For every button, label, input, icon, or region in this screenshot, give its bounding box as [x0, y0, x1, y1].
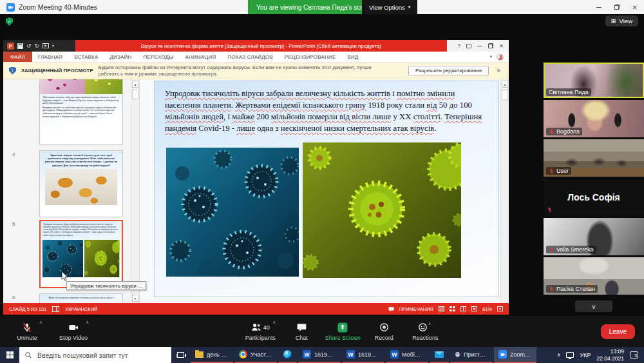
restore-button[interactable] — [614, 5, 620, 10]
dismiss-protected-view-button[interactable]: ✕ — [494, 68, 503, 74]
minimize-button[interactable] — [596, 7, 601, 8]
save-button[interactable] — [17, 43, 23, 49]
participants-options-caret[interactable]: ∧ — [272, 320, 276, 325]
tab-review[interactable]: РЕЦЕНЗИРОВАНИЕ — [279, 52, 342, 62]
chat-button[interactable]: Chat — [283, 317, 319, 346]
network-icon[interactable] — [566, 352, 574, 358]
taskbar-app-word-2[interactable]: W 161907584... — [342, 347, 384, 363]
language-indicator[interactable]: УКРАИНСКИЙ — [65, 306, 97, 312]
participant-tile[interactable]: Пасіка Степан — [544, 257, 644, 295]
normal-view-button[interactable] — [439, 306, 444, 311]
participant-tile[interactable]: Valia Smereka — [544, 218, 644, 255]
slideshow-view-button[interactable] — [471, 306, 477, 311]
participant-tile[interactable]: Світлана Пида — [544, 63, 644, 98]
participant-tile[interactable]: User — [544, 139, 644, 177]
ppt-window-title: Віруси як неклітинна форма життя [Защище… — [75, 40, 447, 52]
clock[interactable]: 13:09 22.04.2021 — [596, 348, 624, 361]
taskbar-app-devices[interactable]: Пристрої т... — [450, 347, 493, 363]
slide-thumbnail-6[interactable]: Якби за помахом чарівної палички можна б… — [39, 293, 123, 303]
tab-animations[interactable]: АНИМАЦИЯ — [180, 52, 222, 62]
collapse-ribbon-icon[interactable]: ▾ — [489, 54, 492, 59]
share-screen-button[interactable]: Share Screen — [325, 317, 361, 346]
reading-view-button[interactable] — [460, 306, 466, 311]
slide-thumbnail-5-selected[interactable]: Упродовж тисячоліть віруси забрали велич… — [39, 220, 123, 288]
scrollbar-thumb[interactable] — [132, 90, 138, 99]
meeting-security-shield-icon[interactable]: ✓ — [6, 17, 13, 26]
gallery-view-button[interactable]: ⊞ View — [605, 15, 638, 26]
taskbar-app-folder[interactable]: день з про... — [191, 347, 233, 363]
windows-logo-icon — [6, 351, 14, 358]
fit-slide-button[interactable] — [497, 306, 503, 311]
view-options-button[interactable]: View Options ▾ — [362, 0, 417, 14]
record-button[interactable]: Record — [366, 317, 402, 346]
search-icon — [24, 351, 32, 359]
search-input[interactable] — [19, 347, 171, 363]
audio-options-caret[interactable]: ∧ — [39, 320, 43, 325]
ribbon-display-options-button[interactable] — [466, 44, 471, 48]
spell-check-icon[interactable] — [52, 306, 59, 312]
ppt-titlebar: P ↺ ↻ ▾ Віруси як неклітинна форма життя… — [3, 40, 509, 52]
thumbnails-scrollbar[interactable]: ▲ ▼ — [131, 79, 139, 303]
action-center-button[interactable]: 3 — [630, 351, 638, 358]
close-button[interactable]: ✕ — [632, 4, 638, 11]
scrollbar-thumb[interactable] — [502, 90, 508, 101]
participant-tile[interactable]: Лось Софія — [544, 179, 644, 216]
slide-sorter-view-button[interactable] — [450, 306, 455, 311]
language-indicator[interactable]: УКР — [580, 352, 591, 358]
taskbar-app-chrome[interactable]: Участник п... — [234, 347, 277, 363]
redo-button[interactable]: ↻ — [35, 43, 40, 49]
taskbar-app-edge[interactable] — [278, 347, 297, 363]
participant-tile[interactable]: Bogdana — [544, 100, 644, 137]
tab-file[interactable]: ФАЙЛ — [3, 52, 32, 62]
tab-insert[interactable]: ВСТАВКА — [68, 52, 104, 62]
slide-thumbnail-3[interactable]: «Ми знаємо так мало, тому що наука перев… — [39, 79, 123, 145]
scroll-up-arrow[interactable]: ▲ — [132, 81, 138, 88]
account-avatar[interactable] — [497, 54, 504, 61]
enable-editing-button[interactable]: Разрешить редактирование — [408, 66, 489, 75]
more-participants-button[interactable]: ∨ — [575, 300, 612, 312]
slide-area-scrollbar[interactable]: ▲ — [500, 79, 509, 303]
task-view-icon — [177, 352, 184, 358]
tab-transitions[interactable]: ПЕРЕХОДЫ — [138, 52, 180, 62]
show-hidden-icons-button[interactable]: ∧ — [557, 352, 561, 358]
grid-icon: ⊞ — [611, 17, 616, 25]
leave-button[interactable]: Leave — [601, 324, 635, 339]
thumb5-green-virus-image — [84, 240, 120, 277]
task-view-button[interactable] — [171, 347, 190, 363]
tab-slideshow[interactable]: ПОКАЗ СЛАЙДОВ — [222, 52, 278, 62]
start-slideshow-button[interactable] — [43, 43, 49, 48]
tab-design[interactable]: ДИЗАЙН — [104, 52, 137, 62]
video-options-caret[interactable]: ∧ — [86, 320, 89, 325]
start-button[interactable] — [0, 347, 19, 363]
stop-video-button[interactable]: ∧ Stop Video — [55, 317, 91, 346]
reactions-button[interactable]: + Reactions — [407, 317, 443, 346]
mic-muted-icon — [549, 286, 554, 292]
qat-customize-button[interactable]: ▾ — [52, 44, 54, 48]
mail-icon — [435, 351, 444, 358]
taskbar-search[interactable] — [19, 347, 171, 363]
unmute-button[interactable]: ∧ Unmute — [9, 317, 45, 346]
taskbar-app-mail[interactable] — [430, 347, 449, 363]
taskbar-app-word-3[interactable]: W Мобільні л... — [386, 347, 428, 363]
mic-muted-icon — [22, 322, 32, 333]
tab-home[interactable]: ГЛАВНАЯ — [32, 52, 68, 62]
slide-thumbnail-4[interactable]: Здається, віруси тільки й існують для то… — [39, 150, 123, 217]
taskbar-app-word-1[interactable]: W 161907584... — [298, 347, 341, 363]
ppt-minimize-button[interactable] — [477, 46, 482, 46]
participants-button[interactable]: ∧ 40 Participants — [242, 317, 278, 346]
help-button[interactable]: ? — [457, 43, 460, 49]
reactions-smiley-icon — [418, 322, 428, 332]
participants-strip: Світлана Пида Bogdana User Лось Софія Va… — [544, 63, 644, 312]
participant-name: Valia Smereka — [556, 246, 594, 253]
ppt-restore-button[interactable] — [488, 43, 493, 48]
undo-button[interactable]: ↺ — [26, 43, 32, 49]
scroll-down-arrow[interactable]: ▼ — [132, 295, 138, 302]
tab-view[interactable]: ВИД — [342, 52, 365, 62]
scroll-up-arrow[interactable]: ▲ — [502, 81, 508, 88]
ppt-close-button[interactable]: ✕ — [499, 43, 504, 49]
mic-muted-icon — [549, 247, 554, 253]
chat-icon — [297, 322, 307, 332]
zoom-level[interactable]: 81% — [482, 306, 492, 312]
notes-toggle[interactable]: ПРИМЕЧАНИЯ — [399, 306, 433, 312]
taskbar-app-zoom[interactable]: Zoom Meet... — [494, 347, 536, 363]
